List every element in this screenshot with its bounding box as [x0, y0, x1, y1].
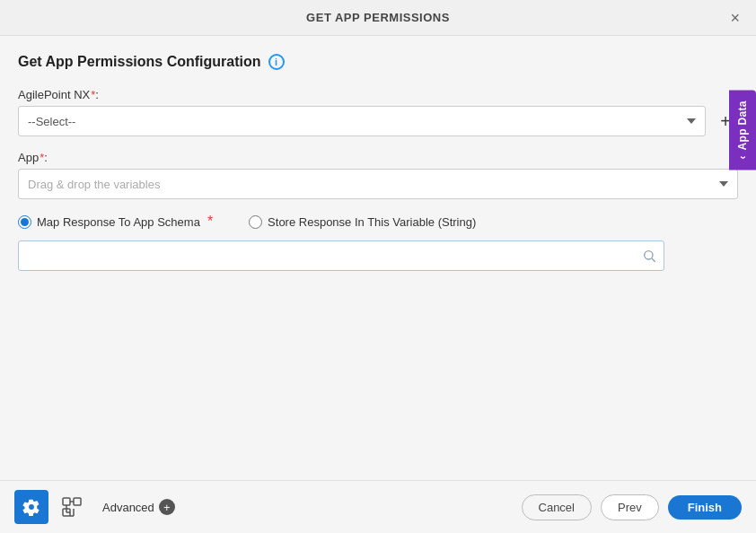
dialog-title: GET APP PERMISSIONS — [306, 11, 450, 24]
modal-wrapper: GET APP PERMISSIONS × ‹ App Data Get App… — [0, 0, 756, 533]
cancel-button[interactable]: Cancel — [522, 494, 592, 520]
title-bar: GET APP PERMISSIONS × — [0, 0, 756, 36]
agilepoint-field-group: AgilePoint NX*: --Select-- + — [18, 88, 738, 136]
response-radio-group: Map Response To App Schema * Store Respo… — [18, 214, 738, 230]
search-icon — [642, 249, 656, 263]
gear-button[interactable] — [14, 490, 48, 524]
page-title: Get App Permissions Configuration — [18, 54, 261, 70]
store-response-label: Store Response In This Variable (String) — [268, 215, 476, 229]
app-required: * — [40, 151, 44, 164]
search-button[interactable] — [634, 240, 664, 271]
info-icon[interactable]: i — [268, 54, 285, 70]
advanced-label: Advanced — [102, 501, 154, 514]
app-drag-drop-select[interactable]: Drag & drop the variables — [18, 169, 738, 199]
app-field-group: App*: Drag & drop the variables — [18, 151, 738, 199]
bottom-bar: Advanced + Cancel Prev Finish — [0, 480, 756, 533]
advanced-plus-icon: + — [159, 499, 175, 515]
flow-icon — [57, 493, 86, 521]
map-response-radio[interactable] — [18, 215, 31, 229]
app-data-tab[interactable]: ‹ App Data — [729, 90, 756, 170]
app-data-label: App Data — [736, 100, 749, 150]
finish-button[interactable]: Finish — [668, 495, 742, 520]
map-response-option[interactable]: Map Response To App Schema * — [18, 214, 213, 230]
gear-icon — [22, 498, 40, 516]
svg-line-1 — [652, 258, 655, 262]
map-response-required: * — [207, 214, 213, 230]
store-response-radio[interactable] — [249, 215, 262, 229]
prev-button[interactable]: Prev — [601, 494, 659, 520]
workflow-icon — [61, 496, 83, 518]
agilepoint-select[interactable]: --Select-- — [18, 106, 706, 136]
search-wrapper — [18, 240, 664, 271]
svg-rect-3 — [74, 498, 81, 505]
main-content: ‹ App Data Get App Permissions Configura… — [0, 36, 756, 480]
store-response-option[interactable]: Store Response In This Variable (String) — [249, 215, 476, 229]
agilepoint-required: * — [91, 88, 95, 101]
app-drag-drop-wrapper: Drag & drop the variables — [18, 169, 738, 199]
close-button[interactable]: × — [725, 8, 745, 28]
svg-rect-2 — [63, 498, 70, 505]
agilepoint-select-wrapper: --Select-- + — [18, 106, 738, 136]
advanced-button[interactable]: Advanced + — [95, 495, 182, 519]
bottom-left: Advanced + — [14, 490, 182, 524]
svg-point-0 — [645, 251, 653, 259]
page-heading: Get App Permissions Configuration i — [18, 54, 738, 70]
chevron-left-icon: ‹ — [736, 155, 749, 159]
agilepoint-label: AgilePoint NX*: — [18, 88, 738, 101]
bottom-right: Cancel Prev Finish — [522, 494, 742, 520]
map-response-label: Map Response To App Schema — [37, 215, 200, 229]
search-input[interactable] — [18, 240, 664, 271]
app-label: App*: — [18, 151, 738, 164]
